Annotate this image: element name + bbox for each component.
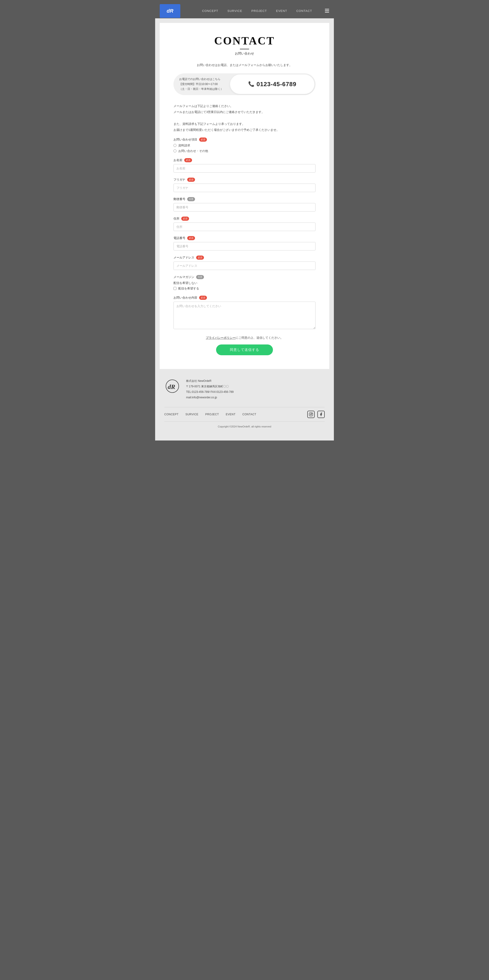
content-badge: 必須 xyxy=(199,296,207,300)
page-title: CONTACT xyxy=(173,34,316,47)
submit-button[interactable]: 同意して送信する xyxy=(216,344,273,355)
name-badge: 必須 xyxy=(184,158,192,162)
address-label: 住所 必須 xyxy=(173,216,316,221)
svg-text:dR: dR xyxy=(168,383,175,390)
mail-intro: メールフォームは下記よりご連絡ください。 メールまたはお電話にて3営業日以内にご… xyxy=(173,103,316,133)
phone-icon: 📞 xyxy=(248,81,254,87)
svg-point-3 xyxy=(310,414,312,415)
logo[interactable]: dR xyxy=(160,4,180,18)
furigana-label: フリガナ 必須 xyxy=(173,178,316,182)
email-label: メールアドレス 必須 xyxy=(173,256,316,260)
address-input[interactable] xyxy=(173,223,316,231)
radio-shiryou-label: 資料請求 xyxy=(178,143,190,148)
furigana-input[interactable] xyxy=(173,184,316,192)
phone-note: （土・日・祝日・年末年始は除く） xyxy=(179,87,223,92)
privacy-text: プライバシーポリシーにご同意の上、送信してください。 xyxy=(173,336,316,340)
footer-logo: dR xyxy=(164,378,180,394)
email-input[interactable] xyxy=(173,261,316,270)
nav-concept[interactable]: CONCEPT xyxy=(202,9,218,13)
contact-form: お問い合わせ項目 必須 資料請求 お問い合わせ・その他 xyxy=(173,137,316,355)
footer-nav-project[interactable]: PROJECT xyxy=(205,413,219,416)
footer-info: 株式会社 NewOrdeR 〒179-0071 東京都練馬区旭町〇〇 TEL:0… xyxy=(186,378,233,400)
nav-event[interactable]: EVENT xyxy=(276,9,287,13)
address-badge: 必須 xyxy=(181,216,189,221)
radio-shiryou-input[interactable] xyxy=(173,144,176,147)
radio-inquiry[interactable]: お問い合わせ・その他 xyxy=(173,149,316,153)
phone-info: お電話でのお問い合わせはこちら 【受付時間】平日10:00〜17:00 （土・日… xyxy=(173,73,229,95)
phone-number: 0123-45-6789 xyxy=(257,81,297,88)
privacy-link[interactable]: プライバシーポリシー xyxy=(206,336,235,339)
footer-mail: mail:info@neworder.co.jp xyxy=(186,395,233,400)
instagram-icon[interactable] xyxy=(307,411,314,418)
title-underline xyxy=(240,49,249,49)
mail-mag-checkbox-text: 配信を希望する xyxy=(178,286,199,291)
header: dR CONCEPT SURVICE PROJECT EVENT CONTACT… xyxy=(155,3,334,18)
postal-label: 郵便番号 任意 xyxy=(173,197,316,201)
footer-tel: TEL:0123-456-789/ FAX:0123-456-789 xyxy=(186,389,233,395)
page-wrapper: CONTACT お問い合わせ お問い合わせはお電話、またはメールフォームからお願… xyxy=(155,18,334,441)
postal-group: 郵便番号 任意 xyxy=(173,197,316,212)
svg-rect-2 xyxy=(310,412,313,416)
email-group: メールアドレス 必須 xyxy=(173,256,316,270)
content-label: お問い合わせ内容 必須 xyxy=(173,296,316,300)
content-textarea[interactable] xyxy=(173,302,316,329)
furigana-group: フリガナ 必須 xyxy=(173,178,316,192)
phone-section: お電話でのお問い合わせはこちら 【受付時間】平日10:00〜17:00 （土・日… xyxy=(173,73,316,95)
page-title-section: CONTACT お問い合わせ xyxy=(173,34,316,56)
mail-mag-checkbox[interactable] xyxy=(173,287,176,290)
phone-group: 電話番号 必須 xyxy=(173,236,316,250)
footer-address: 〒179-0071 東京都練馬区旭町〇〇 xyxy=(186,383,233,389)
phone-label: 電話番号 必須 xyxy=(173,236,316,240)
nav: CONCEPT SURVICE PROJECT EVENT CONTACT xyxy=(189,9,325,13)
logo-text: dR xyxy=(167,8,173,14)
address-group: 住所 必須 xyxy=(173,216,316,231)
mail-mag-group: メールマガジン 任意 配信を希望しない 配信を希望する xyxy=(173,275,316,291)
mail-mag-label: メールマガジン 任意 xyxy=(173,275,316,279)
footer-nav-event[interactable]: EVENT xyxy=(226,413,235,416)
postal-badge: 任意 xyxy=(187,197,195,201)
footer-nav: CONCEPT SURVICE PROJECT EVENT CONTACT xyxy=(164,407,325,422)
footer-nav-contact[interactable]: CONTACT xyxy=(243,413,256,416)
nav-survice[interactable]: SURVICE xyxy=(227,9,243,13)
footer-company-name: 株式会社 NewOrdeR xyxy=(186,378,233,383)
phone-input[interactable] xyxy=(173,242,316,250)
content-card: CONTACT お問い合わせ お問い合わせはお電話、またはメールフォームからお願… xyxy=(160,23,329,369)
footer-logo-svg: dR xyxy=(165,379,179,393)
radio-inquiry-input[interactable] xyxy=(173,150,176,153)
radio-shiryou[interactable]: 資料請求 xyxy=(173,143,316,148)
footer-company: dR 株式会社 NewOrdeR 〒179-0071 東京都練馬区旭町〇〇 TE… xyxy=(164,378,325,400)
facebook-icon[interactable] xyxy=(318,411,325,418)
email-badge: 必須 xyxy=(196,256,204,260)
footer-social xyxy=(307,411,325,418)
name-input[interactable] xyxy=(173,164,316,173)
intro-text: お問い合わせはお電話、またはメールフォームからお願いいたします。 xyxy=(173,62,316,68)
privacy-text-after: にご同意の上、送信してください。 xyxy=(235,336,283,339)
mail-intro-line2: メールまたはお電話にて3営業日以内にご連絡させていただきます。 xyxy=(173,109,316,115)
copyright: Copyright ©2024 NewOrdeR. all rights res… xyxy=(164,422,325,431)
mail-mag-badge: 任意 xyxy=(196,275,204,279)
radio-inquiry-label: お問い合わせ・その他 xyxy=(178,149,208,153)
svg-point-4 xyxy=(312,413,312,414)
phone-info-label: お電話でのお問い合わせはこちら xyxy=(179,77,223,82)
inquiry-type-options: 資料請求 お問い合わせ・その他 xyxy=(173,143,316,153)
inquiry-type-badge: 必須 xyxy=(199,137,207,142)
nav-contact[interactable]: CONTACT xyxy=(296,9,312,13)
nav-project[interactable]: PROJECT xyxy=(251,9,267,13)
furigana-badge: 必須 xyxy=(187,178,195,182)
phone-hours: 【受付時間】平日10:00〜17:00 xyxy=(179,82,223,87)
postal-input[interactable] xyxy=(173,203,316,212)
phone-number-box[interactable]: 📞 0123-45-6789 xyxy=(230,75,314,94)
footer-nav-survice[interactable]: SURVICE xyxy=(186,413,198,416)
mail-intro-line3: また、資料請求も下記フォームより承っております。 xyxy=(173,121,316,127)
name-group: お名前 必須 xyxy=(173,158,316,173)
inquiry-type-group: お問い合わせ項目 必須 資料請求 お問い合わせ・その他 xyxy=(173,137,316,153)
phone-badge: 必須 xyxy=(187,236,195,240)
hamburger-icon[interactable]: ☰ xyxy=(325,8,329,14)
mail-mag-checkbox-label[interactable]: 配信を希望する xyxy=(173,286,316,291)
mail-intro-line4: お届けまで1週間程度いただく場合がございますので予めご了承くださいませ。 xyxy=(173,127,316,133)
inquiry-type-label: お問い合わせ項目 必須 xyxy=(173,137,316,142)
page-subtitle: お問い合わせ xyxy=(173,52,316,56)
mail-intro-line1: メールフォームは下記よりご連絡ください。 xyxy=(173,103,316,109)
footer-nav-concept[interactable]: CONCEPT xyxy=(164,413,178,416)
content-group: お問い合わせ内容 必須 xyxy=(173,296,316,330)
